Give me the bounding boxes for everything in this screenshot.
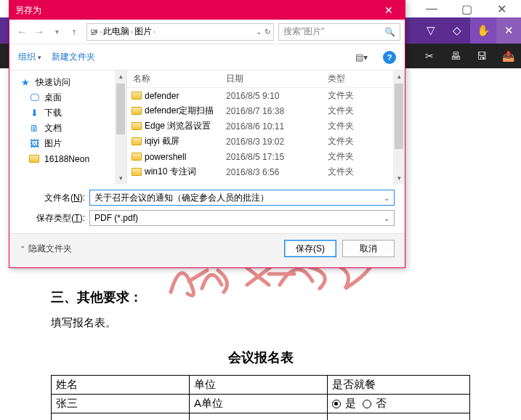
annotation-close-icon[interactable]: ✕ <box>496 17 521 44</box>
filetype-select[interactable]: PDF (*.pdf) ⌄ <box>89 210 395 226</box>
organize-menu[interactable]: 组织 <box>18 51 41 63</box>
folder-tree-sidebar: ★ 快速访问 🖵 桌面 ⬇ 下载 🗎 文档 🖼 图片 16188Neon <box>9 70 127 184</box>
breadcrumb-pictures[interactable]: 图片 <box>134 25 152 38</box>
sidebar-item-desktop[interactable]: 🖵 桌面 <box>9 90 126 105</box>
file-date: 2016/8/5 9:10 <box>220 91 322 101</box>
eraser-tool-icon[interactable]: ◇ <box>444 17 470 44</box>
folder-icon <box>132 107 142 115</box>
chevron-down-icon[interactable]: ⌄ <box>384 194 389 202</box>
search-placeholder: 搜索"图片" <box>283 25 325 38</box>
file-row[interactable]: win10 专注词2016/8/3 6:56文件夹 <box>127 164 405 179</box>
file-date: 2016/8/7 16:38 <box>220 106 322 116</box>
chevron-up-icon: ⌃ <box>20 245 25 253</box>
cell-name: 张三 <box>52 395 190 413</box>
folder-icon <box>132 168 142 176</box>
col-name-header: 姓名 <box>52 376 190 395</box>
breadcrumb-dropdown-icon[interactable]: ⌄ <box>256 28 262 36</box>
file-row[interactable]: defender2016/8/5 9:10文件夹 <box>127 88 405 103</box>
doc-table-title: 会议报名表 <box>51 349 470 366</box>
dialog-toolbar: 组织 新建文件夹 ▤▾ ? <box>9 44 405 70</box>
file-type: 文件夹 <box>322 105 405 117</box>
sidebar-scrollbar[interactable]: ▴ ▾ <box>115 70 126 184</box>
sidebar-item-label: 文档 <box>44 122 62 134</box>
search-input[interactable]: 搜索"图片" 🔍 <box>278 23 400 41</box>
file-row[interactable]: Edge 浏览器设置2016/8/6 10:11文件夹 <box>127 118 405 134</box>
hide-folders-toggle[interactable]: ⌃ 隐藏文件夹 <box>20 243 72 255</box>
dialog-nav-bar: ← → ▾ ↑ 🖳 › 此电脑 › 图片 › ⌄↻ 搜索"图片" 🔍 <box>9 20 405 44</box>
nav-recent-dropdown[interactable]: ▾ <box>49 24 65 40</box>
star-icon: ★ <box>20 77 31 89</box>
new-folder-button[interactable]: 新建文件夹 <box>52 51 95 63</box>
folder-icon <box>132 153 142 161</box>
col-type-header[interactable]: 类型 <box>322 73 405 85</box>
file-list: 名称 日期 类型 defender2016/8/5 9:10文件夹defende… <box>127 70 405 184</box>
file-type: 文件夹 <box>322 150 405 163</box>
scroll-up-icon[interactable]: ▴ <box>119 70 123 82</box>
dialog-titlebar[interactable]: 另存为 ✕ <box>9 1 405 20</box>
dialog-close-button[interactable]: ✕ <box>373 1 405 20</box>
cancel-button[interactable]: 取消 <box>342 240 395 257</box>
col-name-header[interactable]: 名称 <box>127 73 220 85</box>
scroll-down-icon[interactable]: ▾ <box>119 172 123 184</box>
radio-no-label: 否 <box>376 397 387 409</box>
filename-value: 关于召开会议的通知（确定参会人员的批注） <box>94 192 269 204</box>
hide-folders-label: 隐藏文件夹 <box>28 243 72 255</box>
save-as-dialog: 另存为 ✕ ← → ▾ ↑ 🖳 › 此电脑 › 图片 › ⌄↻ 搜索"图片" 🔍… <box>9 0 405 268</box>
bg-maximize-button[interactable]: ▢ <box>456 2 477 16</box>
save-tool-icon[interactable]: 🖫 <box>469 44 495 68</box>
file-type: 文件夹 <box>322 89 405 102</box>
bg-minimize-button[interactable]: — <box>421 2 443 15</box>
sidebar-item-label: 16188Neon <box>44 154 89 164</box>
search-icon: 🔍 <box>384 27 395 37</box>
view-mode-button[interactable]: ▤▾ <box>350 49 373 65</box>
scroll-down-icon[interactable]: ▾ <box>397 172 401 184</box>
table-row <box>52 413 470 421</box>
file-list-header: 名称 日期 类型 <box>127 70 405 88</box>
col-date-header[interactable]: 日期 <box>220 73 322 85</box>
help-button[interactable]: ? <box>383 51 396 64</box>
chevron-right-icon: › <box>153 28 156 36</box>
address-breadcrumb[interactable]: 🖳 › 此电脑 › 图片 › ⌄↻ <box>86 23 274 41</box>
file-name: Edge 浏览器设置 <box>145 120 211 132</box>
dialog-title: 另存为 <box>15 4 373 17</box>
nav-back-button[interactable]: ← <box>14 24 30 40</box>
file-type: 文件夹 <box>322 120 405 132</box>
print-tool-icon[interactable]: 🖶 <box>443 44 469 68</box>
nav-up-button[interactable]: ↑ <box>66 24 82 40</box>
sidebar-item-pictures[interactable]: 🖼 图片 <box>9 136 126 151</box>
dialog-fields: 文件名(N): 关于召开会议的通知（确定参会人员的批注） ⌄ 保存类型(T): … <box>9 184 405 233</box>
scroll-thumb[interactable] <box>116 84 125 134</box>
bg-close-button[interactable]: ✕ <box>490 2 512 16</box>
breadcrumb-refresh-icon[interactable]: ↻ <box>264 28 270 36</box>
scroll-thumb[interactable] <box>395 84 403 149</box>
file-type: 文件夹 <box>322 166 405 178</box>
file-row[interactable]: powershell2016/8/5 17:15文件夹 <box>127 149 405 164</box>
filename-input[interactable]: 关于召开会议的通知（确定参会人员的批注） ⌄ <box>89 190 395 206</box>
highlighter-tool-icon[interactable]: ▽ <box>418 17 444 44</box>
breadcrumb-pc[interactable]: 此电脑 <box>103 25 129 38</box>
dialog-footer: ⌃ 隐藏文件夹 保存(S) 取消 <box>9 233 405 267</box>
touch-write-tool-icon[interactable]: ✋ <box>470 17 496 44</box>
clip-tool-icon[interactable]: ✂ <box>416 44 443 68</box>
save-button[interactable]: 保存(S) <box>284 240 336 257</box>
nav-forward-button[interactable]: → <box>31 24 47 40</box>
sidebar-item-quick-access[interactable]: ★ 快速访问 <box>9 75 126 90</box>
filelist-scrollbar[interactable]: ▴ ▾ <box>393 70 405 184</box>
file-row[interactable]: defender定期扫描2016/8/7 16:38文件夹 <box>127 103 405 118</box>
file-row[interactable]: iqiyi 截屏2016/8/3 19:02文件夹 <box>127 134 405 149</box>
export-tool-icon[interactable]: 📤 <box>495 44 521 68</box>
sidebar-item-label: 桌面 <box>44 92 62 104</box>
col-meal-header: 是否就餐 <box>328 376 470 395</box>
scroll-up-icon[interactable]: ▴ <box>397 70 401 82</box>
file-date: 2016/8/6 10:11 <box>220 121 322 132</box>
file-name: iqiyi 截屏 <box>145 135 179 148</box>
sidebar-item-folder[interactable]: 16188Neon <box>9 151 126 166</box>
filetype-value: PDF (*.pdf) <box>94 213 138 223</box>
sidebar-item-downloads[interactable]: ⬇ 下载 <box>9 105 126 121</box>
file-name: powershell <box>145 152 186 162</box>
filetype-label: 保存类型(T): <box>20 212 89 225</box>
chevron-down-icon[interactable]: ⌄ <box>384 214 389 222</box>
folder-icon <box>132 137 142 145</box>
sidebar-item-documents[interactable]: 🗎 文档 <box>9 121 126 136</box>
filename-label: 文件名(N): <box>20 192 89 204</box>
